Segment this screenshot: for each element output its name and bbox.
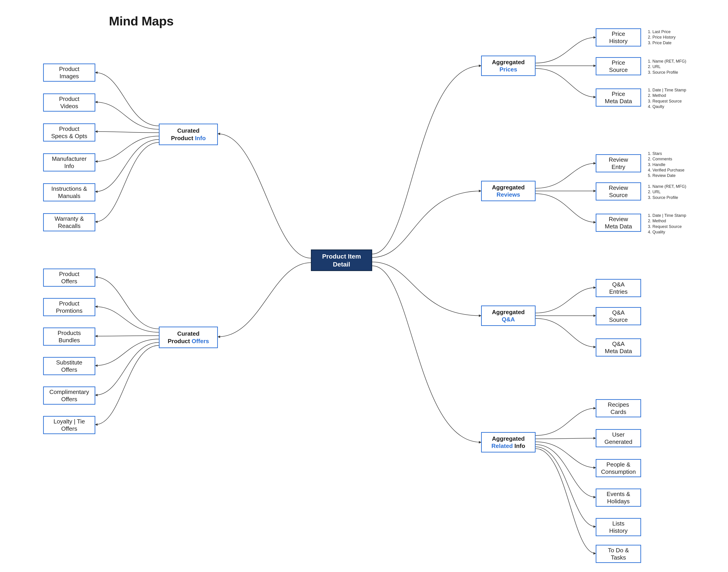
- node-text: People &: [606, 461, 631, 469]
- node-leaf-product-images: ProductImages: [43, 64, 95, 82]
- node-text: Price: [612, 59, 625, 66]
- node-text: Manuals: [58, 192, 80, 200]
- node-text: Entries: [609, 288, 628, 295]
- node-text: Tasks: [611, 554, 626, 561]
- node-text: Product: [59, 125, 79, 133]
- node-text: Substitute: [56, 359, 82, 366]
- node-leaf-products-bundles: ProductsBundles: [43, 328, 95, 346]
- node-text: Product: [59, 65, 79, 73]
- node-text: Loyalty | Tie: [54, 418, 85, 425]
- node-leaf-price-source: PriceSource: [596, 57, 641, 75]
- node-text: Consumption: [601, 468, 636, 476]
- node-text: Events &: [607, 490, 630, 498]
- node-text: Specs & Opts: [51, 133, 87, 140]
- node-text: Lists: [612, 520, 624, 527]
- node-text: History: [609, 38, 628, 45]
- node-text: Meta Data: [605, 348, 632, 355]
- node-hub-aggregated-prices: Aggregated Prices: [481, 56, 536, 76]
- diagram-canvas: Mind Maps: [0, 0, 728, 572]
- node-text: Videos: [60, 102, 78, 110]
- node-leaf-price-meta-data: PriceMeta Data: [596, 88, 641, 106]
- node-text: To Do &: [608, 547, 629, 554]
- node-text: Q&A: [502, 316, 515, 323]
- node-text: Price: [612, 90, 625, 98]
- node-hub-aggregated-reviews: Aggregated Reviews: [481, 181, 536, 201]
- node-text: Source: [609, 66, 628, 74]
- annotation-price-source: 1. Name (RET, MFG) 2. URL 3. Source Prof…: [648, 59, 686, 75]
- page-title: Mind Maps: [109, 14, 174, 28]
- node-text: Product: [59, 95, 79, 103]
- node-text: History: [609, 527, 628, 534]
- node-leaf-review-entry: ReviewEntry: [596, 154, 641, 172]
- annotation-review-meta: 1. Date | Time Stamp 2. Method 3. Reques…: [648, 213, 686, 235]
- node-leaf-events-holidays: Events &Holidays: [596, 489, 641, 507]
- node-leaf-user-generated: UserGenerated: [596, 429, 641, 447]
- node-text: Review: [609, 156, 628, 163]
- node-leaf-complimentary-offers: ComplimentaryOffers: [43, 386, 95, 405]
- node-root-product-item-detail: Product Item Detail: [311, 249, 372, 271]
- node-text: Review: [609, 184, 628, 192]
- node-text: Aggregated: [492, 59, 525, 66]
- node-leaf-product-videos: ProductVideos: [43, 93, 95, 112]
- node-leaf-instructions-manuals: Instructions &Manuals: [43, 183, 95, 201]
- node-hub-aggregated-qa: Aggregated Q&A: [481, 305, 536, 326]
- node-text: Detail: [333, 260, 350, 268]
- node-text: Offers: [61, 278, 77, 285]
- node-text: Instructions &: [51, 185, 87, 193]
- node-text: Source: [609, 316, 628, 324]
- node-text: Cards: [610, 408, 626, 416]
- annotation-review-entry: 1. Stars 2. Comments 3. Handle 4. Verifi…: [648, 151, 684, 178]
- node-text: Product: [59, 300, 79, 307]
- node-text: Recipes: [608, 401, 629, 409]
- node-text: Prices: [500, 66, 517, 73]
- node-text: Holidays: [607, 498, 630, 505]
- node-text: Product Offers: [168, 338, 209, 345]
- node-text: Reacalls: [58, 222, 80, 230]
- node-text: Aggregated: [492, 308, 525, 316]
- node-text: Review: [609, 215, 628, 223]
- node-leaf-people-consumption: People &Consumption: [596, 459, 641, 477]
- node-leaf-price-history: PriceHistory: [596, 28, 641, 47]
- node-leaf-todo-tasks: To Do &Tasks: [596, 545, 641, 563]
- node-text: Aggregated: [492, 435, 525, 442]
- node-leaf-review-source: ReviewSource: [596, 183, 641, 201]
- node-leaf-qa-entries: Q&AEntries: [596, 279, 641, 297]
- node-text: Generated: [605, 438, 633, 446]
- node-text: Reviews: [497, 191, 520, 199]
- annotation-price-history: 1. Last Price 2. Price History 3. Price …: [648, 29, 676, 46]
- node-text: Meta Data: [605, 97, 632, 105]
- node-text: Warranty &: [55, 215, 84, 222]
- annotation-review-source: 1. Name (RET, MFG) 2. URL 3. Source Prof…: [648, 184, 686, 200]
- node-text: Offers: [61, 366, 77, 373]
- node-leaf-loyalty-tie-offers: Loyalty | TieOffers: [43, 416, 95, 434]
- node-text: Source: [609, 192, 628, 199]
- node-leaf-warranty-recalls: Warranty &Reacalls: [43, 213, 95, 231]
- node-hub-curated-product-info: Curated Product Info: [159, 124, 218, 145]
- node-text: User: [612, 431, 625, 438]
- node-text: Images: [59, 73, 79, 80]
- node-leaf-qa-meta-data: Q&AMeta Data: [596, 338, 641, 357]
- node-text: Product Item: [322, 253, 361, 260]
- node-text: Aggregated: [492, 184, 525, 191]
- node-leaf-manufacturer-info: ManufacturerInfo: [43, 153, 95, 171]
- node-text: Curated: [177, 330, 199, 338]
- node-leaf-product-offers: ProductOffers: [43, 269, 95, 287]
- annotation-price-meta: 1. Date | Time Stamp 2. Method 3. Reques…: [648, 87, 686, 109]
- node-leaf-review-meta-data: ReviewMeta Data: [596, 214, 641, 232]
- node-text: Manufacturer: [52, 155, 86, 163]
- node-text: Complimentary: [50, 388, 89, 396]
- node-text: Related Info: [491, 442, 525, 450]
- node-text: Promtions: [56, 307, 82, 314]
- node-text: Bundles: [59, 337, 80, 344]
- node-text: Q&A: [612, 340, 625, 348]
- node-text: Offers: [61, 425, 77, 432]
- node-text: Info: [64, 162, 74, 170]
- node-leaf-substitute-offers: SubstituteOffers: [43, 357, 95, 375]
- node-leaf-product-specs-opts: ProductSpecs & Opts: [43, 123, 95, 142]
- node-text: Offers: [61, 396, 77, 403]
- node-leaf-recipes-cards: RecipesCards: [596, 399, 641, 417]
- node-text: Meta Data: [605, 223, 632, 230]
- node-text: Product Info: [171, 135, 206, 142]
- node-text: Q&A: [612, 281, 625, 288]
- node-text: Entry: [612, 163, 625, 171]
